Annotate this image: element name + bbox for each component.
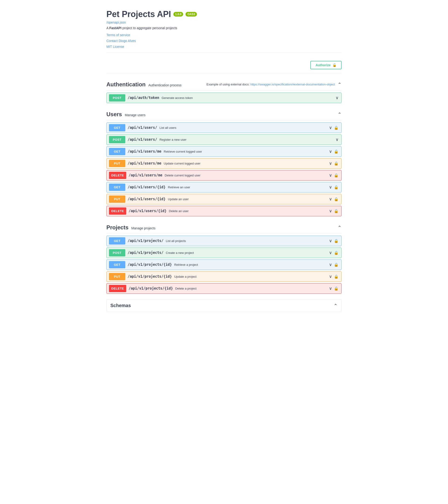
endpoint-row-users-3[interactable]: PUT/api/v1/users/meUpdate current logged… xyxy=(107,158,341,169)
endpoint-row-users-1[interactable]: POST/api/v1/users/Register a new user∨ xyxy=(107,134,341,145)
method-badge-users-6: PUT xyxy=(109,196,125,203)
endpoint-list-authentication: POST/api/auth/tokenGenerate access token… xyxy=(107,93,341,103)
method-badge-users-2: GET xyxy=(109,148,125,155)
endpoint-path-users-1: /api/v1/users/ xyxy=(128,137,157,142)
section-desc-users: Manage users xyxy=(125,113,146,117)
api-title-row: Pet Projects API 1.0.0 OAS3 xyxy=(107,9,341,19)
endpoint-actions-projects-0: ∨🔒 xyxy=(329,238,341,243)
endpoint-summary-users-7: Delete an user xyxy=(169,209,329,213)
openapi-url-link[interactable]: /openapi.json xyxy=(107,20,341,24)
endpoint-row-users-4[interactable]: DELETE/api/v1/users/meDelete current log… xyxy=(107,170,341,180)
endpoint-row-projects-2[interactable]: GET/api/v1/projects/{id}Retrieve a proje… xyxy=(107,259,341,270)
chevron-icon-users-3: ∨ xyxy=(329,161,332,166)
endpoint-row-authentication-0[interactable]: POST/api/auth/tokenGenerate access token… xyxy=(107,93,341,103)
endpoint-summary-users-2: Retrieve current logged user xyxy=(164,150,329,153)
chevron-icon-users-7: ∨ xyxy=(329,208,332,214)
schemas-title: Schemas xyxy=(110,303,131,308)
section-authentication: AuthenticationAuthentication processExam… xyxy=(107,79,341,103)
endpoint-actions-users-4: ∨🔒 xyxy=(329,173,341,178)
api-header: Pet Projects API 1.0.0 OAS3 /openapi.jso… xyxy=(107,5,341,53)
method-badge-projects-4: DELETE xyxy=(109,285,126,292)
endpoint-summary-projects-0: List all projects xyxy=(166,239,329,243)
section-right-users xyxy=(338,111,341,117)
section-collapse-icon-users xyxy=(338,111,341,117)
lock-icon-users-2: 🔒 xyxy=(334,149,339,154)
endpoint-path-projects-0: /api/v1/projects/ xyxy=(128,239,163,243)
endpoint-summary-users-4: Delete current logged user xyxy=(165,174,329,177)
endpoint-row-users-2[interactable]: GET/api/v1/users/meRetrieve current logg… xyxy=(107,146,341,157)
endpoint-path-projects-2: /api/v1/projects/{id} xyxy=(128,263,172,267)
endpoint-actions-projects-3: ∨🔒 xyxy=(329,274,341,279)
endpoint-summary-authentication-0: Generate access token xyxy=(161,96,336,100)
section-header-projects[interactable]: ProjectsManage projects xyxy=(107,222,341,233)
endpoint-path-authentication-0: /api/auth/token xyxy=(128,96,159,100)
section-title-row-authentication: AuthenticationAuthentication process xyxy=(107,81,181,88)
endpoint-actions-users-6: ∨🔒 xyxy=(329,197,341,202)
chevron-icon-users-0: ∨ xyxy=(329,125,332,130)
section-title-authentication: Authentication xyxy=(107,81,146,88)
lock-icon-projects-1: 🔒 xyxy=(334,251,339,255)
endpoint-row-users-5[interactable]: GET/api/v1/users/{id}Retrieve an user∨🔒 xyxy=(107,182,341,193)
method-badge-users-3: PUT xyxy=(109,160,125,167)
lock-icon-projects-4: 🔒 xyxy=(334,286,339,291)
terms-of-service-link[interactable]: Terms of service xyxy=(107,32,341,38)
api-title: Pet Projects API xyxy=(107,9,171,19)
chevron-icon-projects-2: ∨ xyxy=(329,262,332,267)
chevron-icon-projects-3: ∨ xyxy=(329,274,332,279)
section-collapse-icon-projects xyxy=(338,225,341,230)
chevron-icon-projects-0: ∨ xyxy=(329,238,332,243)
page-wrapper: Pet Projects API 1.0.0 OAS3 /openapi.jso… xyxy=(103,0,345,317)
endpoint-row-users-0[interactable]: GET/api/v1/users/List all users∨🔒 xyxy=(107,123,341,133)
endpoint-summary-users-3: Update current logged user xyxy=(164,162,329,165)
section-users: UsersManage usersGET/api/v1/users/List a… xyxy=(107,109,341,216)
endpoint-row-users-7[interactable]: DELETE/api/v1/users/{id}Delete an user∨🔒 xyxy=(107,206,341,216)
endpoint-row-projects-4[interactable]: DELETE/api/v1/projects/{id}Delete a proj… xyxy=(107,283,341,294)
method-badge-users-5: GET xyxy=(109,184,125,191)
endpoint-path-projects-3: /api/v1/projects/{id} xyxy=(128,274,172,279)
section-title-users: Users xyxy=(107,111,122,118)
schemas-header[interactable]: Schemas xyxy=(107,300,341,312)
endpoint-path-users-6: /api/v1/users/{id} xyxy=(128,197,166,201)
contact-link[interactable]: Contact Diogo Alves xyxy=(107,38,341,44)
license-link[interactable]: MIT License xyxy=(107,44,341,50)
endpoint-row-users-6[interactable]: PUT/api/v1/users/{id}Update an user∨🔒 xyxy=(107,194,341,204)
endpoint-summary-users-1: Register a new user xyxy=(159,138,336,141)
section-desc-authentication: Authentication process xyxy=(148,83,181,87)
lock-icon-users-7: 🔒 xyxy=(334,209,339,213)
section-desc-projects: Manage projects xyxy=(131,226,156,230)
endpoint-list-users: GET/api/v1/users/List all users∨🔒POST/ap… xyxy=(107,123,341,216)
method-badge-users-7: DELETE xyxy=(109,207,126,215)
chevron-icon-authentication-0: ∨ xyxy=(336,95,339,100)
endpoint-path-users-5: /api/v1/users/{id} xyxy=(128,185,166,189)
lock-icon-users-5: 🔒 xyxy=(334,185,339,189)
section-projects: ProjectsManage projectsGET/api/v1/projec… xyxy=(107,222,341,294)
lock-icon-projects-2: 🔒 xyxy=(334,263,339,267)
endpoint-actions-projects-2: ∨🔒 xyxy=(329,262,341,267)
section-header-authentication[interactable]: AuthenticationAuthentication processExam… xyxy=(107,79,341,90)
section-header-users[interactable]: UsersManage users xyxy=(107,109,341,120)
authorize-lock-icon: 🔓 xyxy=(333,63,337,67)
section-right-projects xyxy=(338,225,341,230)
endpoint-actions-authentication-0: ∨ xyxy=(336,95,341,100)
authorize-button[interactable]: Authorize 🔓 xyxy=(310,61,341,69)
chevron-icon-users-6: ∨ xyxy=(329,197,332,202)
endpoint-row-projects-1[interactable]: POST/api/v1/projects/Create a new projec… xyxy=(107,248,341,258)
desc-bold: FastAPI xyxy=(109,26,121,30)
endpoint-summary-users-6: Update an user xyxy=(168,198,329,201)
chevron-icon-users-4: ∨ xyxy=(329,173,332,178)
endpoint-actions-projects-4: ∨🔒 xyxy=(329,286,341,291)
endpoint-actions-users-7: ∨🔒 xyxy=(329,208,341,214)
section-extra-link-authentication[interactable]: https://swagger.io/specification/#extern… xyxy=(250,83,335,86)
endpoint-actions-projects-1: ∨🔒 xyxy=(329,250,341,255)
endpoint-row-projects-0[interactable]: GET/api/v1/projects/List all projects∨🔒 xyxy=(107,236,341,246)
endpoint-row-projects-3[interactable]: PUT/api/v1/projects/{id}Update a project… xyxy=(107,271,341,282)
api-description: A FastAPI project to aggregate personal … xyxy=(107,26,341,30)
endpoint-path-users-7: /api/v1/users/{id} xyxy=(128,209,167,213)
section-title-projects: Projects xyxy=(107,224,128,231)
endpoint-path-projects-1: /api/v1/projects/ xyxy=(128,251,163,255)
authorize-bar: Authorize 🔓 xyxy=(107,57,341,73)
endpoint-actions-users-2: ∨🔒 xyxy=(329,149,341,154)
lock-icon-projects-0: 🔒 xyxy=(334,239,339,243)
section-extra-authentication: Example of using external docs: https://… xyxy=(207,83,335,86)
schemas-collapse-icon xyxy=(334,303,338,308)
